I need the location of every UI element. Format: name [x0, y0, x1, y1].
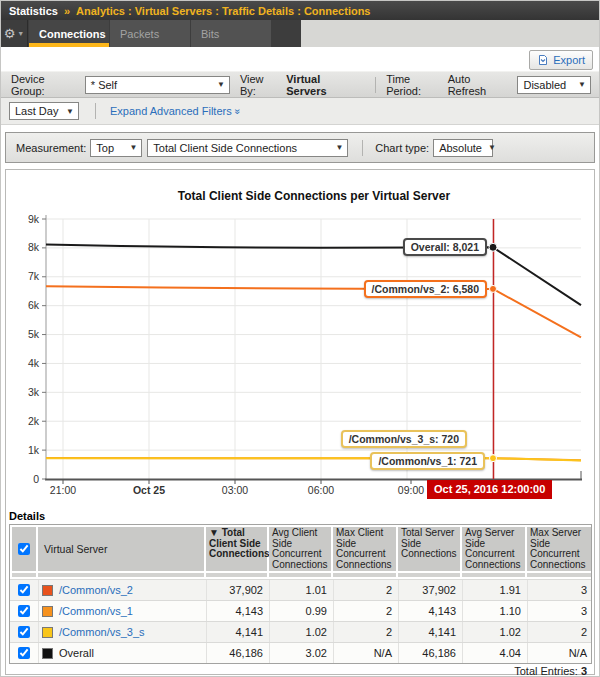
cursor-time-badge: Oct 25, 2016 12:00:00	[427, 480, 552, 499]
cell-value: 1.02	[462, 622, 525, 642]
row-checkbox-cell	[12, 605, 36, 617]
expand-filters-label: Expand Advanced Filters	[110, 105, 232, 117]
double-chevron-icon: »	[232, 109, 243, 115]
time-period-label: Time Period:	[386, 73, 448, 97]
time-range-select[interactable]: Last Day ▼	[9, 102, 79, 120]
row-checkbox-cell	[12, 647, 36, 659]
table-header-row: Virtual Server▼ Total Client Side Connec…	[10, 525, 591, 571]
dropdown-arrow-icon: ▼	[129, 143, 137, 152]
virtual-server-link[interactable]: /Common/vs_3_s	[59, 626, 145, 638]
cell-value: N/A	[527, 643, 591, 663]
auto-refresh-label: Auto Refresh	[448, 73, 512, 97]
export-button[interactable]: Export	[529, 50, 593, 70]
dropdown-arrow-icon: ▼	[488, 143, 496, 152]
view-by-label: View By:	[240, 73, 282, 97]
column-header[interactable]: ▼ Total Client Side Connections	[206, 527, 267, 571]
virtual-server-cell: /Common/vs_1	[38, 601, 204, 621]
row-checkbox[interactable]	[18, 647, 30, 659]
auto-refresh-value: Disabled	[523, 79, 566, 91]
filter-bar: Device Group: * Self ▼ View By: Virtual …	[1, 71, 599, 98]
rank-select[interactable]: Top ▼	[90, 139, 142, 157]
options-gear-button[interactable]: ⚙ ▼	[1, 20, 28, 47]
tab-bits[interactable]: Bits	[191, 20, 271, 47]
cell-value: 37,902	[206, 580, 267, 600]
tab-packets[interactable]: Packets	[110, 20, 190, 47]
details-title: Details	[9, 510, 45, 522]
cell-value: 46,186	[206, 643, 267, 663]
chart-type-select[interactable]: Absolute ▼	[433, 139, 493, 157]
cell-value: 4,143	[398, 601, 460, 621]
column-header[interactable]: Avg Server Side Concurrent Connections	[462, 527, 525, 571]
row-checkbox[interactable]	[18, 626, 30, 638]
total-entries: Total Entries: 3	[514, 665, 587, 677]
virtual-server-link[interactable]: /Common/vs_1	[59, 605, 133, 617]
table-row: /Common/vs_237,9021.01237,9021.913	[10, 579, 591, 600]
tab-strip-dark: ⚙ ▼ Connections Packets Bits	[1, 20, 301, 47]
cell-value: 46,186	[398, 643, 460, 663]
cell-value: 3	[527, 601, 591, 621]
total-entries-value: 3	[581, 665, 587, 677]
gear-icon: ⚙	[4, 27, 16, 40]
select-all-checkbox[interactable]	[18, 543, 30, 555]
row-checkbox[interactable]	[18, 584, 30, 596]
export-icon	[537, 54, 549, 66]
cell-value: 4,141	[206, 622, 267, 642]
table-row: Overall46,1863.02N/A46,1864.04N/A	[10, 642, 591, 663]
row-checkbox-cell	[12, 626, 36, 638]
chart-tooltip: Overall: 8,021	[403, 238, 487, 256]
divider	[362, 140, 363, 156]
dropdown-arrow-icon: ▼	[66, 107, 74, 116]
breadcrumb: Analytics : Virtual Servers : Traffic De…	[76, 5, 370, 17]
view-by-value: Virtual Servers	[286, 73, 363, 97]
cell-value: 0.99	[269, 601, 331, 621]
device-group-value: * Self	[91, 79, 117, 91]
tab-strip: ⚙ ▼ Connections Packets Bits	[1, 20, 600, 47]
details-table: Virtual Server▼ Total Client Side Connec…	[9, 524, 592, 664]
cell-value: 2	[333, 601, 396, 621]
row-checkbox-cell	[12, 584, 36, 596]
cell-value: 2	[527, 622, 591, 642]
series-color-swatch	[42, 606, 53, 617]
cell-value: 4.04	[462, 643, 525, 663]
tab-label: Bits	[201, 28, 219, 40]
metric-select[interactable]: Total Client Side Connections ▼	[147, 139, 348, 157]
cell-value: 4,143	[206, 601, 267, 621]
metric-value: Total Client Side Connections	[153, 142, 297, 154]
total-entries-label: Total Entries:	[514, 665, 578, 677]
expand-advanced-filters-link[interactable]: Expand Advanced Filters»	[110, 105, 240, 117]
chevron-down-icon: ▼	[17, 30, 24, 37]
device-group-select[interactable]: * Self ▼	[85, 76, 230, 94]
table-row: /Common/vs_3_s4,1411.0224,1411.022	[10, 621, 591, 642]
cell-value: 2	[333, 622, 396, 642]
divider	[95, 103, 96, 119]
time-range-value: Last Day	[15, 105, 58, 117]
cell-value: 1.10	[462, 601, 525, 621]
cell-value: 37,902	[398, 580, 460, 600]
column-header[interactable]: Virtual Server	[38, 527, 204, 571]
time-range-bar: Last Day ▼ Expand Advanced Filters»	[1, 98, 599, 125]
breadcrumb-bar: Statistics » Analytics : Virtual Servers…	[1, 1, 599, 20]
dropdown-arrow-icon: ▼	[217, 80, 225, 89]
series-color-swatch	[42, 627, 53, 638]
column-header[interactable]: Max Client Side Concurrent Connections	[333, 527, 396, 571]
column-header[interactable]: Total Server Side Connections	[398, 527, 460, 571]
virtual-server-link[interactable]: /Common/vs_2	[59, 584, 133, 596]
tab-connections[interactable]: Connections	[29, 20, 109, 47]
header-sub-strip	[10, 571, 591, 579]
series-color-swatch	[42, 585, 53, 596]
cell-value: 1.01	[269, 580, 331, 600]
chart-type-label: Chart type:	[375, 142, 429, 154]
select-all-cell	[12, 527, 36, 571]
auto-refresh-select[interactable]: Disabled ▼	[517, 76, 591, 94]
virtual-server-cell: Overall	[38, 643, 204, 663]
chart-type-value: Absolute	[439, 142, 482, 154]
chart-title: Total Client Side Connections per Virtua…	[46, 189, 582, 203]
column-header[interactable]: Avg Client Side Concurrent Connections	[269, 527, 331, 571]
divider	[375, 77, 376, 93]
tab-label: Packets	[120, 28, 159, 40]
cell-value: 2	[333, 580, 396, 600]
column-header[interactable]: Max Server Side Concurrent Connections	[527, 527, 591, 571]
row-checkbox[interactable]	[18, 605, 30, 617]
dropdown-arrow-icon: ▼	[335, 143, 343, 152]
cell-value: 1.91	[462, 580, 525, 600]
